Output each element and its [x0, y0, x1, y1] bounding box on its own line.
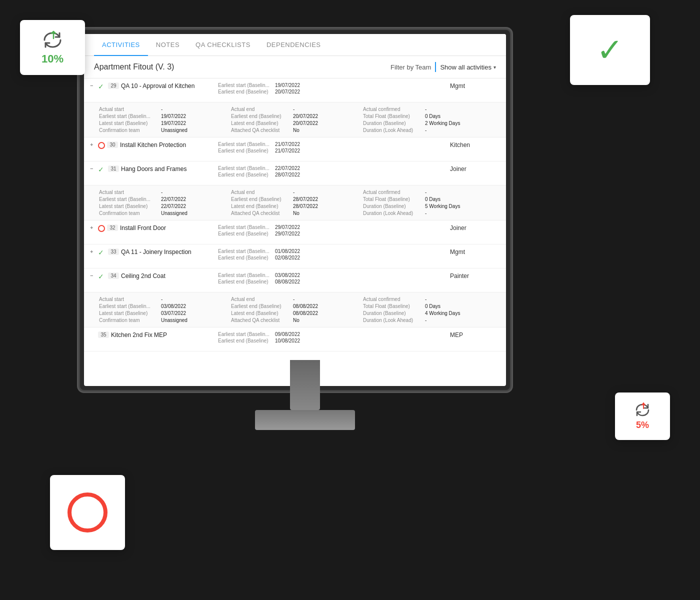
check-icon-large: ✓ — [596, 34, 624, 66]
activity-number: 29 — [108, 82, 119, 89]
activity-dates-col: Earliest start (Baselin... 03/08/2022 Ea… — [214, 268, 446, 290]
earliest-start-value: 19/07/2022 — [275, 82, 300, 88]
detail-duration: Duration (Baseline) 4 Working Days — [363, 310, 491, 316]
filter-value: Show all activities — [440, 64, 492, 71]
detail-grid: Actual start - Actual end - Actual confi… — [84, 292, 506, 327]
earliest-start-value: 21/07/2022 — [275, 142, 300, 147]
activity-name-col: − ✓ 34 Ceiling 2nd Coat — [84, 268, 214, 284]
detail-earliest-end: Earliest end (Baseline) 20/07/2022 — [231, 114, 359, 119]
earliest-start-label: Earliest start (Baselin... — [218, 332, 273, 337]
monitor-screen: ACTIVITIES NOTES QA CHECKLISTS DEPENDENC… — [80, 30, 510, 390]
detail-actual-start: Actual start - — [99, 296, 227, 302]
detail-attached-qa: Attached QA checklist No — [231, 128, 359, 133]
earliest-start-label: Earliest start (Baselin... — [218, 142, 273, 147]
earliest-end-label: Earliest end (Baseline) — [218, 338, 273, 344]
earliest-start-label: Earliest start (Baselin... — [218, 224, 273, 230]
monitor-stand-neck — [290, 360, 320, 410]
expand-button[interactable]: + — [90, 224, 96, 230]
detail-earliest-end: Earliest end (Baseline) 28/07/2022 — [231, 196, 359, 202]
activity-dates-col: Earliest start (Baselin... 19/07/2022 Ea… — [214, 78, 446, 100]
detail-earliest-start: Earliest start (Baselin... 22/07/2022 — [99, 196, 227, 202]
activities-table: − ✓ 29 QA 10 - Approval of Kitchen Earli… — [84, 78, 506, 376]
activity-detail-row: Actual start - Actual end - Actual confi… — [84, 102, 506, 138]
detail-actual-end: Actual end - — [231, 106, 359, 112]
activity-title: Install Front Door — [120, 224, 166, 232]
expand-button[interactable]: − — [90, 272, 96, 278]
detail-latest-start: Latest start (Baseline) 19/07/2022 — [99, 120, 227, 126]
earliest-start-value: 29/07/2022 — [275, 224, 300, 230]
detail-duration-la: Duration (Look Ahead) - — [363, 210, 491, 216]
sync-icon-small — [634, 402, 652, 418]
content-header: Apartment Fitout (V. 3) Filter by Team S… — [84, 56, 506, 78]
earliest-end-value: 08/08/2022 — [275, 279, 300, 284]
detail-latest-start: Latest start (Baseline) 03/07/2022 — [99, 310, 227, 316]
activity-name-col: + 32 Install Front Door — [84, 220, 214, 236]
detail-attached-qa: Attached QA checklist No — [231, 318, 359, 323]
circle-status-icon — [98, 142, 105, 149]
detail-latest-start: Latest start (Baseline) 22/07/2022 — [99, 204, 227, 209]
activity-number: 33 — [108, 248, 119, 255]
detail-actual-end: Actual end - — [231, 296, 359, 302]
detail-confirmation-team: Confirmation team Unassigned — [99, 318, 227, 323]
detail-latest-end: Latest end (Baseline) 20/07/2022 — [231, 120, 359, 126]
activity-number: 35 — [98, 332, 109, 338]
earliest-end-value: 21/07/2022 — [275, 148, 300, 154]
earliest-end-label: Earliest end (Baseline) — [218, 172, 273, 178]
detail-actual-start: Actual start - — [99, 190, 227, 195]
earliest-end-label: Earliest end (Baseline) — [218, 255, 273, 260]
activity-title: QA 11 - Joinery Inspection — [121, 248, 192, 256]
tab-dependencies[interactable]: DEPENDENCIES — [258, 34, 329, 56]
sync-5-percent: 5% — [636, 420, 649, 430]
expand-button[interactable]: + — [90, 248, 96, 254]
detail-duration: Duration (Baseline) 5 Working Days — [363, 204, 491, 209]
filter-divider — [435, 62, 436, 72]
activity-team-col: Joiner — [446, 162, 506, 176]
activity-number: 34 — [108, 272, 119, 279]
earliest-start-label: Earliest start (Baselin... — [218, 166, 273, 171]
detail-duration-la: Duration (Look Ahead) - — [363, 128, 491, 133]
activity-dates-col: Earliest start (Baselin... 29/07/2022 Ea… — [214, 220, 446, 242]
earliest-start-value: 22/07/2022 — [275, 166, 300, 171]
activity-title: Ceiling 2nd Coat — [121, 272, 166, 280]
expand-button[interactable]: − — [90, 166, 96, 172]
expand-button[interactable]: + — [90, 142, 96, 148]
detail-actual-confirmed: Actual confirmed - — [363, 296, 491, 302]
filter-area: Filter by Team Show all activities ▾ — [390, 62, 496, 72]
earliest-end-value: 02/08/2022 — [275, 255, 300, 260]
detail-latest-end: Latest end (Baseline) 08/08/2022 — [231, 310, 359, 316]
tab-notes[interactable]: NOTES — [148, 34, 188, 56]
detail-confirmation-team: Confirmation team Unassigned — [99, 128, 227, 133]
tab-qa-checklists[interactable]: QA CHECKLISTS — [188, 34, 258, 56]
earliest-start-label: Earliest start (Baselin... — [218, 82, 273, 88]
activity-team-col: MEP — [446, 328, 506, 342]
check-status-icon: ✓ — [98, 166, 106, 174]
earliest-end-label: Earliest end (Baseline) — [218, 89, 273, 94]
earliest-end-label: Earliest end (Baseline) — [218, 279, 273, 284]
badge-check: ✓ — [570, 15, 650, 85]
badge-sync-5: 5% — [615, 392, 670, 440]
screen-inner: ACTIVITIES NOTES QA CHECKLISTS DEPENDENC… — [84, 34, 506, 386]
activity-team-col: Painter — [446, 268, 506, 284]
detail-total-float: Total Float (Baseline) 0 Days — [363, 114, 491, 119]
earliest-start-label: Earliest start (Baselin... — [218, 248, 273, 254]
activity-row: − ✓ 34 Ceiling 2nd Coat Earliest start (… — [84, 268, 506, 292]
tabs-bar: ACTIVITIES NOTES QA CHECKLISTS DEPENDENC… — [84, 34, 506, 56]
detail-earliest-end: Earliest end (Baseline) 08/08/2022 — [231, 304, 359, 309]
monitor-stand-base — [255, 410, 355, 430]
detail-actual-start: Actual start - — [99, 106, 227, 112]
detail-actual-confirmed: Actual confirmed - — [363, 190, 491, 195]
activity-row: + 30 Install Kitchen Protection Earliest… — [84, 138, 506, 162]
sync-icon-large — [40, 30, 64, 50]
activity-title: QA 10 - Approval of Kitchen — [121, 82, 194, 90]
detail-earliest-start: Earliest start (Baselin... 19/07/2022 — [99, 114, 227, 119]
badge-sync-10: 10% — [20, 20, 85, 75]
project-title: Apartment Fitout (V. 3) — [94, 62, 174, 72]
filter-label: Filter by Team — [390, 64, 431, 71]
chevron-down-icon: ▾ — [494, 64, 496, 70]
earliest-end-value: 10/08/2022 — [275, 338, 300, 344]
tab-activities[interactable]: ACTIVITIES — [94, 34, 148, 56]
activity-name-col: − ✓ 31 Hang Doors and Frames — [84, 162, 214, 178]
filter-select[interactable]: Show all activities ▾ — [440, 64, 496, 71]
activity-row: + ✓ 33 QA 11 - Joinery Inspection Earlie… — [84, 244, 506, 268]
expand-button[interactable]: − — [90, 82, 96, 88]
